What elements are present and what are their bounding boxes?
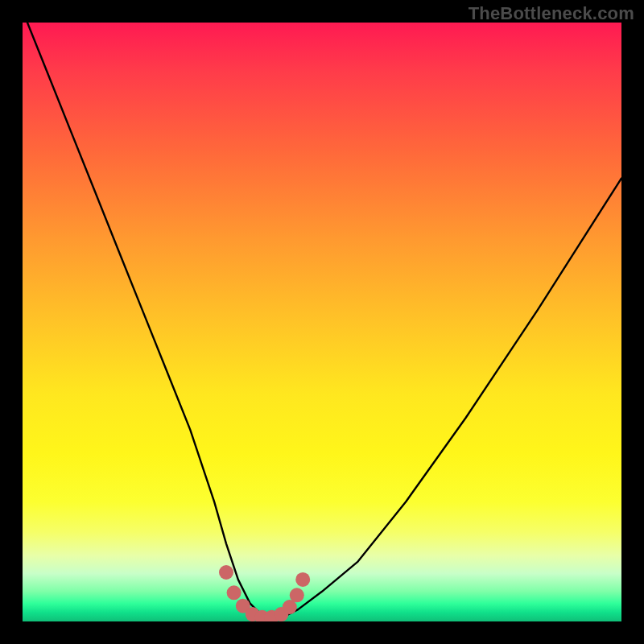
valley-dot xyxy=(295,572,310,587)
bottleneck-curve xyxy=(23,23,621,616)
valley-dot xyxy=(227,585,242,600)
plot-area xyxy=(23,23,621,621)
valley-dots xyxy=(219,565,310,621)
valley-dot xyxy=(290,588,304,602)
curve-path xyxy=(23,23,621,616)
chart-frame: TheBottleneck.com xyxy=(0,0,644,644)
valley-dot xyxy=(219,565,233,580)
chart-svg xyxy=(23,23,621,621)
watermark-text: TheBottleneck.com xyxy=(469,3,634,24)
